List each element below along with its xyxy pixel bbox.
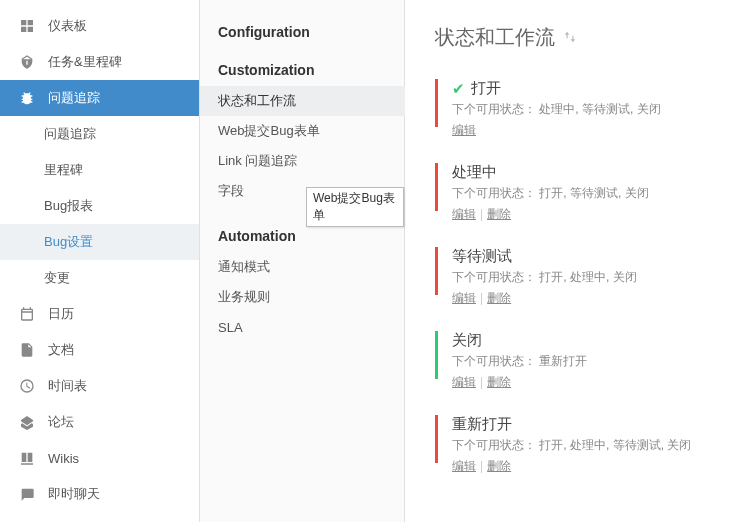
time-icon — [18, 377, 36, 395]
status-name: 关闭 — [452, 331, 482, 350]
status-actions: 编辑|删除 — [452, 374, 756, 391]
edit-link[interactable]: 编辑 — [452, 123, 476, 137]
config-heading: Configuration — [218, 24, 404, 40]
wiki-icon — [18, 449, 36, 467]
nav-item-bug[interactable]: 问题追踪 — [0, 80, 199, 116]
doc-icon — [18, 341, 36, 359]
status-bar — [435, 415, 438, 463]
status-name: 处理中 — [452, 163, 497, 182]
status-actions: 编辑|删除 — [452, 458, 756, 475]
delete-link[interactable]: 删除 — [487, 375, 511, 389]
nav-label: Wikis — [48, 451, 79, 466]
status-next: 下个可用状态： 打开, 处理中, 关闭 — [452, 269, 756, 286]
delete-link[interactable]: 删除 — [487, 459, 511, 473]
nav-label: 论坛 — [48, 413, 74, 431]
status-actions: 编辑|删除 — [452, 206, 756, 223]
config-item[interactable]: 业务规则 — [218, 282, 404, 312]
config-column: Configuration Customization状态和工作流Web提交Bu… — [200, 0, 405, 522]
status-bar — [435, 163, 438, 211]
config-item[interactable]: SLA — [218, 312, 404, 342]
nav-item-chat[interactable]: 即时聊天 — [0, 476, 199, 512]
nav-label: 问题追踪 — [48, 89, 100, 107]
status-name: 重新打开 — [452, 415, 512, 434]
status-name: 打开 — [471, 79, 501, 98]
nav-item-milestone[interactable]: 任务&里程碑 — [0, 44, 199, 80]
status-next: 下个可用状态： 打开, 等待测试, 关闭 — [452, 185, 756, 202]
config-item[interactable]: Web提交Bug表单 — [218, 116, 404, 146]
nav-label: 时间表 — [48, 377, 87, 395]
main-column: 状态和工作流 ✔打开下个可用状态： 处理中, 等待测试, 关闭编辑处理中下个可用… — [405, 0, 756, 522]
nav-label: 即时聊天 — [48, 485, 100, 503]
edit-link[interactable]: 编辑 — [452, 291, 476, 305]
status-item: 处理中下个可用状态： 打开, 等待测试, 关闭编辑|删除 — [435, 163, 756, 223]
nav-label: 文档 — [48, 341, 74, 359]
edit-link[interactable]: 编辑 — [452, 459, 476, 473]
page-title-text: 状态和工作流 — [435, 24, 555, 51]
config-item[interactable]: Link 问题追踪 — [218, 146, 404, 176]
bug-icon — [18, 89, 36, 107]
nav-item-forum[interactable]: 论坛 — [0, 404, 199, 440]
status-next: 下个可用状态： 重新打开 — [452, 353, 756, 370]
status-name: 等待测试 — [452, 247, 512, 266]
status-item: 关闭下个可用状态： 重新打开编辑|删除 — [435, 331, 756, 391]
config-section-title: Customization — [218, 62, 404, 78]
nav-subitem[interactable]: 里程碑 — [0, 152, 199, 188]
status-bar — [435, 331, 438, 379]
delete-link[interactable]: 删除 — [487, 207, 511, 221]
nav-item-doc[interactable]: 文档 — [0, 332, 199, 368]
status-item: ✔打开下个可用状态： 处理中, 等待测试, 关闭编辑 — [435, 79, 756, 139]
status-bar — [435, 79, 438, 127]
nav-label: 任务&里程碑 — [48, 53, 122, 71]
nav-subitem[interactable]: Bug报表 — [0, 188, 199, 224]
nav-subitem[interactable]: 问题追踪 — [0, 116, 199, 152]
delete-link[interactable]: 删除 — [487, 291, 511, 305]
config-section-title: Automation — [218, 228, 404, 244]
status-item: 重新打开下个可用状态： 打开, 处理中, 等待测试, 关闭编辑|删除 — [435, 415, 756, 475]
edit-link[interactable]: 编辑 — [452, 207, 476, 221]
tooltip: Web提交Bug表单 — [306, 187, 404, 227]
config-item[interactable]: 状态和工作流 — [200, 86, 405, 116]
page-title: 状态和工作流 — [435, 24, 756, 51]
status-bar — [435, 247, 438, 295]
status-actions: 编辑|删除 — [452, 290, 756, 307]
status-next: 下个可用状态： 打开, 处理中, 等待测试, 关闭 — [452, 437, 756, 454]
nav-item-calendar[interactable]: 日历 — [0, 296, 199, 332]
edit-link[interactable]: 编辑 — [452, 375, 476, 389]
nav-label: 日历 — [48, 305, 74, 323]
status-next: 下个可用状态： 处理中, 等待测试, 关闭 — [452, 101, 756, 118]
forum-icon — [18, 413, 36, 431]
chat-icon — [18, 485, 36, 503]
nav-item-wiki[interactable]: Wikis — [0, 440, 199, 476]
sidebar: 仪表板任务&里程碑问题追踪问题追踪里程碑Bug报表Bug设置变更日历文档时间表论… — [0, 0, 200, 522]
dashboard-icon — [18, 17, 36, 35]
nav-label: 仪表板 — [48, 17, 87, 35]
calendar-icon — [18, 305, 36, 323]
status-item: 等待测试下个可用状态： 打开, 处理中, 关闭编辑|删除 — [435, 247, 756, 307]
check-icon: ✔ — [452, 80, 465, 98]
milestone-icon — [18, 53, 36, 71]
nav-subitem[interactable]: 变更 — [0, 260, 199, 296]
nav-item-dashboard[interactable]: 仪表板 — [0, 8, 199, 44]
status-actions: 编辑 — [452, 122, 756, 139]
nav-subitem[interactable]: Bug设置 — [0, 224, 199, 260]
config-item[interactable]: 通知模式 — [218, 252, 404, 282]
nav-item-time[interactable]: 时间表 — [0, 368, 199, 404]
sort-icon[interactable] — [563, 26, 577, 49]
